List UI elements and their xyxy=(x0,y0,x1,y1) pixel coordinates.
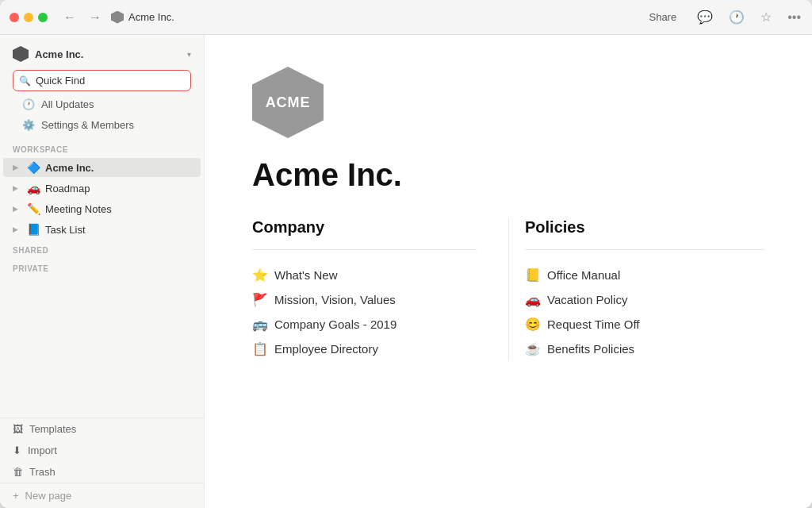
sidebar-item-label: Settings & Members xyxy=(41,119,134,131)
car-emoji: 🚗 xyxy=(525,292,541,307)
titlebar: ← → Acme Inc. Share 💬 🕐 ☆ ••• xyxy=(0,0,812,35)
link-request-time-off[interactable]: 😊 Request Time Off xyxy=(525,312,764,337)
new-page-label: New page xyxy=(25,490,72,502)
forward-button[interactable]: → xyxy=(86,10,105,25)
flag-emoji: 🚩 xyxy=(252,292,268,307)
share-button[interactable]: Share xyxy=(642,8,683,26)
logo-text: ACME xyxy=(266,94,311,111)
policies-divider xyxy=(525,249,764,250)
company-column: Company ⭐ What's New 🚩 Mission, Vision, … xyxy=(252,218,508,361)
bus-emoji: 🚌 xyxy=(252,317,268,332)
chevron-icon: ▶ xyxy=(13,184,22,192)
link-label: Request Time Off xyxy=(547,318,639,331)
main-area: Acme Inc. ▾ 🔍 ← 🕐 All Updates ⚙️ Setting… xyxy=(0,35,812,508)
more-icon[interactable]: ••• xyxy=(786,9,802,26)
link-employee-directory[interactable]: 📋 Employee Directory xyxy=(252,337,477,361)
tree-item-label: Task List xyxy=(45,224,86,236)
company-heading: Company xyxy=(252,218,477,237)
sidebar-top: Acme Inc. ▾ 🔍 ← 🕐 All Updates ⚙️ Setting… xyxy=(0,35,204,139)
link-vacation-policy[interactable]: 🚗 Vacation Policy xyxy=(525,287,764,312)
shared-section-label: SHARED xyxy=(0,240,204,258)
sidebar-item-import[interactable]: ⬇ Import xyxy=(0,440,204,461)
traffic-lights xyxy=(10,13,48,22)
sidebar-item-label: Import xyxy=(28,444,57,456)
page-main-title: Acme Inc. xyxy=(252,157,764,193)
sidebar-item-trash[interactable]: 🗑 Trash xyxy=(0,461,204,483)
chevron-icon: ▶ xyxy=(13,164,22,171)
workspace-name: Acme Inc. xyxy=(35,48,181,60)
tree-item-label: Acme Inc. xyxy=(45,162,94,174)
titlebar-actions: Share 💬 🕐 ☆ ••• xyxy=(642,8,802,26)
minimize-button[interactable] xyxy=(24,13,33,22)
acme-emoji: 🔷 xyxy=(27,161,40,174)
sidebar-item-roadmap[interactable]: ▶ 🚗 Roadmap xyxy=(3,179,201,198)
policies-column: Policies 📒 Office Manual 🚗 Vacation Poli… xyxy=(508,218,764,361)
roadmap-emoji: 🚗 xyxy=(27,182,40,194)
sidebar-bottom: 🖼 Templates ⬇ Import 🗑 Trash xyxy=(0,418,204,483)
private-section-label: PRIVATE xyxy=(0,258,204,276)
sidebar-item-task-list[interactable]: ▶ 📘 Task List xyxy=(3,220,201,239)
chevron-icon: ▶ xyxy=(13,205,22,213)
content-grid: Company ⭐ What's New 🚩 Mission, Vision, … xyxy=(252,218,764,361)
quick-find-input[interactable] xyxy=(13,70,191,91)
workspace-section-label: WORKSPACE xyxy=(0,139,204,157)
company-divider xyxy=(252,249,477,250)
link-mission[interactable]: 🚩 Mission, Vision, Values xyxy=(252,287,477,312)
tree-item-label: Roadmap xyxy=(45,183,90,194)
sidebar-item-templates[interactable]: 🖼 Templates xyxy=(0,418,204,440)
link-label: What's New xyxy=(274,268,338,282)
link-company-goals[interactable]: 🚌 Company Goals - 2019 xyxy=(252,312,477,337)
sidebar-item-settings[interactable]: ⚙️ Settings & Members xyxy=(10,115,194,135)
history-icon[interactable]: 🕐 xyxy=(727,8,746,26)
page-logo: ACME xyxy=(252,67,324,138)
sidebar: Acme Inc. ▾ 🔍 ← 🕐 All Updates ⚙️ Setting… xyxy=(0,35,205,508)
comments-icon[interactable]: 💬 xyxy=(695,8,714,26)
link-label: Employee Directory xyxy=(274,342,378,356)
search-icon: 🔍 xyxy=(19,75,31,87)
star-emoji: ⭐ xyxy=(252,267,268,283)
breadcrumb: Acme Inc. xyxy=(111,11,636,24)
sidebar-item-label: Templates xyxy=(29,423,76,435)
link-benefits-policies[interactable]: ☕ Benefits Policies xyxy=(525,337,764,361)
link-label: Vacation Policy xyxy=(547,293,627,306)
plus-icon: + xyxy=(13,490,19,502)
link-whats-new[interactable]: ⭐ What's New xyxy=(252,263,477,287)
sidebar-item-label: All Updates xyxy=(41,98,94,110)
back-button[interactable]: ← xyxy=(60,10,79,25)
maximize-button[interactable] xyxy=(38,13,48,22)
workspace-icon xyxy=(13,46,29,62)
page-icon xyxy=(111,11,124,24)
link-label: Company Goals - 2019 xyxy=(274,318,396,331)
gear-icon: ⚙️ xyxy=(22,119,35,131)
chevron-icon: ▶ xyxy=(13,225,22,233)
coffee-emoji: ☕ xyxy=(525,341,541,356)
link-label: Benefits Policies xyxy=(547,342,634,356)
task-list-emoji: 📘 xyxy=(27,223,40,236)
workspace-header[interactable]: Acme Inc. ▾ xyxy=(6,41,197,67)
clock-icon: 🕐 xyxy=(22,98,35,110)
import-icon: ⬇ xyxy=(13,444,21,456)
meeting-notes-emoji: ✏️ xyxy=(27,202,40,215)
ledger-emoji: 📒 xyxy=(525,267,541,283)
sidebar-item-meeting-notes[interactable]: ▶ ✏️ Meeting Notes xyxy=(3,199,201,218)
star-icon[interactable]: ☆ xyxy=(759,8,773,26)
workspace-chevron-icon: ▾ xyxy=(187,50,191,59)
link-office-manual[interactable]: 📒 Office Manual xyxy=(525,263,764,287)
policies-heading: Policies xyxy=(525,218,764,237)
trash-icon: 🗑 xyxy=(13,466,23,478)
new-page-button[interactable]: + New page xyxy=(0,483,204,508)
page-title: Acme Inc. xyxy=(128,11,174,23)
quick-find-wrapper: 🔍 ← xyxy=(13,70,191,91)
sidebar-item-all-updates[interactable]: 🕐 All Updates xyxy=(10,94,194,114)
sidebar-item-acme-inc[interactable]: ▶ 🔷 Acme Inc. xyxy=(3,158,201,177)
close-button[interactable] xyxy=(10,13,19,22)
main-content: ACME Acme Inc. Company ⭐ What's New 🚩 Mi… xyxy=(205,35,812,508)
clipboard-emoji: 📋 xyxy=(252,341,268,356)
link-label: Mission, Vision, Values xyxy=(274,293,396,306)
sidebar-item-label: Trash xyxy=(29,466,56,478)
link-label: Office Manual xyxy=(547,268,620,282)
smile-emoji: 😊 xyxy=(525,317,541,332)
templates-icon: 🖼 xyxy=(13,423,23,435)
tree-item-label: Meeting Notes xyxy=(45,203,112,215)
